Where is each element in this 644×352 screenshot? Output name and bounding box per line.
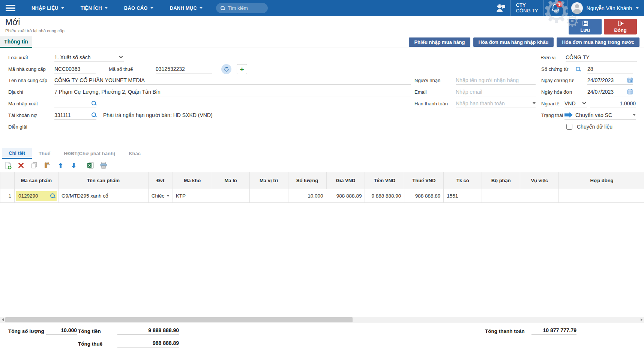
col-so-luong[interactable]: Số lượng xyxy=(288,172,327,189)
menu-nhap-lieu[interactable]: NHẬP LIỆU xyxy=(25,0,71,16)
cell-bo-phan[interactable] xyxy=(482,189,520,202)
support-icon[interactable] xyxy=(491,0,510,16)
so-chung-tu-input[interactable] xyxy=(587,64,633,73)
horizontal-scrollbar[interactable] xyxy=(0,317,644,323)
tab-thue[interactable]: Thuế xyxy=(32,148,57,159)
user-menu[interactable]: Nguyễn Văn Khánh xyxy=(567,0,644,16)
add-row-button[interactable] xyxy=(3,161,13,170)
search-icon[interactable] xyxy=(50,193,55,198)
ngay-chung-tu-picker[interactable] xyxy=(587,76,633,85)
ty-gia-input[interactable] xyxy=(590,99,636,108)
close-button[interactable]: Đóng xyxy=(604,19,637,34)
ngay-chung-tu-input[interactable] xyxy=(587,76,621,85)
menu-tien-ich[interactable]: TIỆN ÍCH xyxy=(74,0,114,16)
scroll-left-arrow[interactable] xyxy=(0,317,5,323)
col-ma-kho[interactable]: Mã kho xyxy=(173,172,212,189)
col-ten-san-pham[interactable]: Tên sản phẩm xyxy=(59,172,149,189)
hoa-don-trong-nuoc-button[interactable]: Hóa đơn mua hàng trong nước xyxy=(557,37,639,47)
move-up-button[interactable] xyxy=(56,161,65,170)
dia-chi-input[interactable] xyxy=(54,87,411,96)
search-icon xyxy=(221,6,225,10)
move-down-button[interactable] xyxy=(69,161,78,170)
calendar-icon[interactable] xyxy=(627,77,633,83)
ma-nhap-xuat-lookup[interactable] xyxy=(54,99,96,108)
cell-thue-vnd[interactable]: 988 888.89 xyxy=(404,189,444,202)
cell-ma-lo[interactable] xyxy=(212,189,250,202)
ten-ncc-input[interactable] xyxy=(54,76,411,85)
tai-khoan-no-input[interactable] xyxy=(54,111,86,120)
ngay-hoa-don-picker[interactable] xyxy=(587,87,633,96)
search-input[interactable] xyxy=(228,5,261,11)
cell-hop-dong[interactable] xyxy=(559,189,644,202)
cell-ma-san-pham[interactable]: 0129290 xyxy=(15,189,59,202)
ngay-hoa-don-input[interactable] xyxy=(587,87,621,96)
top-navbar: NHẬP LIỆU TIỆN ÍCH BÁO CÁO DANH MỤC CTY … xyxy=(0,0,644,16)
col-hop-dong[interactable]: Hợp đồng xyxy=(559,172,644,189)
ma-ncc-input[interactable] xyxy=(54,64,96,73)
scrollbar-thumb[interactable] xyxy=(5,317,353,322)
tab-hddt[interactable]: HĐĐT(Chờ phát hành) xyxy=(57,148,122,159)
col-thue-vnd[interactable]: Thuế VND xyxy=(404,172,444,189)
col-tk-co[interactable]: Tk có xyxy=(444,172,482,189)
print-button[interactable] xyxy=(99,161,108,170)
han-thanh-toan-select[interactable] xyxy=(456,99,536,108)
don-vi-input[interactable] xyxy=(566,53,637,62)
ngoai-te-select[interactable]: VND xyxy=(564,99,587,108)
table-row[interactable]: 1 0129290 G9/MTD295 xanh cổ Chiếc KTP 10… xyxy=(0,189,644,203)
trang-thai-select[interactable]: Chuyển vào SC xyxy=(564,111,636,120)
col-bo-phan[interactable]: Bộ phận xyxy=(482,172,520,189)
menu-bao-cao[interactable]: BÁO CÁO xyxy=(117,0,160,16)
cell-ma-kho[interactable]: KTP xyxy=(173,189,212,202)
paste-row-button[interactable] xyxy=(42,161,52,170)
tai-khoan-no-lookup[interactable] xyxy=(54,111,96,120)
col-ma-lo[interactable]: Mã lô xyxy=(212,172,250,189)
cell-tk-co[interactable]: 1551 xyxy=(444,189,482,202)
notifications-button[interactable]: 1 xyxy=(544,0,567,16)
col-gia-vnd[interactable]: Giá VND xyxy=(327,172,365,189)
nguoi-nhan-input[interactable] xyxy=(456,76,536,85)
col-dvt[interactable]: Đvt xyxy=(149,172,173,189)
col-tien-vnd[interactable]: Tiền VND xyxy=(365,172,404,189)
tab-thong-tin[interactable]: Thông tin xyxy=(0,36,32,48)
save-button[interactable]: Lưu xyxy=(569,19,602,34)
chevron-down-icon xyxy=(582,101,586,105)
han-thanh-toan-input[interactable] xyxy=(456,99,525,108)
search-icon[interactable] xyxy=(576,67,581,72)
loai-xuat-select[interactable]: 1. Xuất sổ sách xyxy=(54,53,124,62)
add-supplier-button[interactable]: + xyxy=(237,64,247,74)
chevron-down-icon xyxy=(533,102,536,104)
chuyen-du-lieu-checkbox[interactable] xyxy=(566,124,572,130)
delete-row-button[interactable] xyxy=(16,161,26,170)
col-ma-vi-tri[interactable]: Mã vị trí xyxy=(250,172,288,189)
company-selector[interactable]: CTY CÔNG TY xyxy=(511,3,543,14)
cell-tien-vnd[interactable]: 9 888 888.90 xyxy=(365,189,404,202)
refresh-tax-button[interactable] xyxy=(221,64,231,74)
copy-row-button[interactable] xyxy=(29,161,39,170)
refresh-icon xyxy=(224,66,229,72)
ma-so-thue-input[interactable] xyxy=(156,64,212,73)
cell-vu-viec[interactable] xyxy=(520,189,559,202)
cell-so-luong[interactable]: 10.000 xyxy=(288,189,327,202)
col-vu-viec[interactable]: Vụ việc xyxy=(520,172,559,189)
hamburger-menu-icon[interactable] xyxy=(0,0,21,16)
search-icon[interactable] xyxy=(92,112,96,117)
dien-giai-input[interactable] xyxy=(54,122,491,131)
col-ma-san-pham[interactable]: Mã sản phẩm xyxy=(15,172,59,189)
scroll-right-arrow[interactable] xyxy=(639,317,644,323)
export-excel-button[interactable] xyxy=(86,161,95,170)
global-search[interactable] xyxy=(216,3,268,13)
cell-ten-san-pham[interactable]: G9/MTD295 xanh cổ xyxy=(59,189,149,202)
tab-chi-tiet[interactable]: Chi tiết xyxy=(2,148,32,159)
cell-dvt[interactable]: Chiếc xyxy=(149,189,173,202)
tab-khac[interactable]: Khác xyxy=(122,148,147,159)
calendar-icon[interactable] xyxy=(627,89,633,94)
cell-gia-vnd[interactable]: 988 888.89 xyxy=(326,189,365,202)
cell-ma-vi-tri[interactable] xyxy=(250,189,288,202)
menu-danh-muc[interactable]: DANH MỤC xyxy=(163,0,209,16)
hoa-don-nhap-khau-button[interactable]: Hóa đơn mua hàng nhập khẩu xyxy=(473,37,554,47)
exit-door-icon xyxy=(617,20,624,27)
ma-nhap-xuat-input[interactable] xyxy=(54,99,88,108)
phieu-nhap-mua-hang-button[interactable]: Phiếu nhập mua hàng xyxy=(409,37,470,47)
email-input[interactable] xyxy=(456,87,536,96)
search-icon[interactable] xyxy=(92,101,96,106)
